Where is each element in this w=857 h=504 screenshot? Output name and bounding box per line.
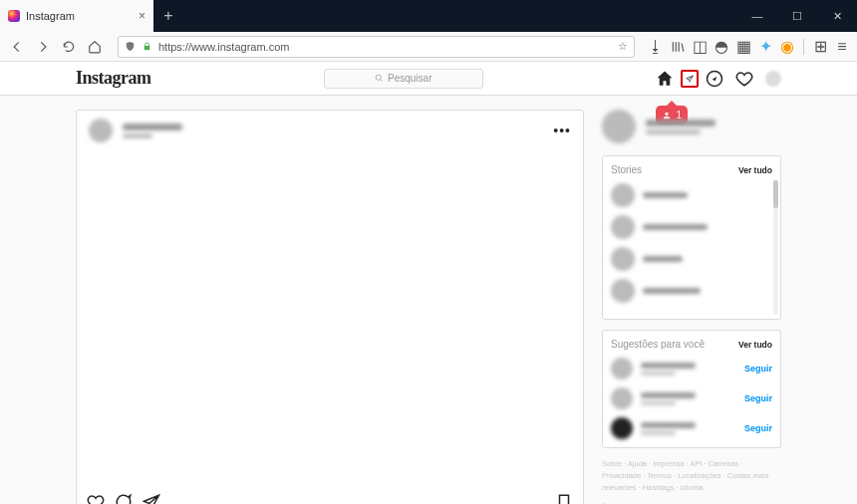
suggestions-title: Sugestões para você: [611, 339, 705, 350]
shield-icon: [125, 41, 136, 52]
follow-button[interactable]: Seguir: [744, 393, 772, 403]
maximize-button[interactable]: ☐: [777, 0, 817, 32]
stories-title: Stories: [611, 164, 642, 175]
post-author-avatar[interactable]: [89, 119, 113, 142]
close-tab-icon[interactable]: ×: [139, 9, 145, 23]
like-icon[interactable]: [87, 493, 105, 504]
library-icon[interactable]: [669, 38, 687, 56]
suggestion-avatar[interactable]: [611, 358, 633, 379]
nav-profile-avatar[interactable]: [765, 71, 781, 87]
current-user-block[interactable]: [602, 110, 781, 143]
stories-scrollbar[interactable]: [773, 180, 778, 315]
extensions-icon[interactable]: ⊞: [811, 38, 829, 56]
tab-title: Instagram: [26, 10, 75, 22]
instagram-logo[interactable]: Instagram: [76, 68, 151, 89]
story-item[interactable]: [611, 183, 772, 207]
suggestion-item: Seguir: [611, 387, 772, 409]
suggestions-panel: Sugestões para você Ver tudo Seguir Segu…: [602, 330, 781, 448]
nav-explore-icon[interactable]: [706, 70, 723, 88]
suggestions-see-all-link[interactable]: Ver tudo: [738, 340, 772, 350]
stories-see-all-link[interactable]: Ver tudo: [738, 165, 772, 175]
nav-direct-messages-icon[interactable]: [681, 70, 699, 88]
post-more-icon[interactable]: •••: [553, 123, 571, 138]
post-header: •••: [77, 111, 583, 150]
feed-column: •••: [76, 110, 584, 504]
suggestion-avatar[interactable]: [611, 387, 633, 409]
search-placeholder: Pesquisar: [388, 73, 431, 84]
sidebar-column: Stories Ver tudo Sugestões para você Ver…: [602, 110, 781, 504]
forward-button[interactable]: [32, 36, 54, 58]
extension3-icon[interactable]: ◉: [778, 38, 796, 56]
browser-toolbar: https://www.instagram.com ☆ ⭳ ◫ ◓ ▦ ✦ ◉ …: [0, 32, 857, 62]
nav-home-icon[interactable]: [656, 70, 674, 88]
sidebar-icon[interactable]: ◫: [691, 38, 709, 56]
new-tab-button[interactable]: +: [153, 0, 183, 32]
instagram-nav: [656, 70, 781, 88]
story-item[interactable]: [611, 215, 772, 239]
stories-panel: Stories Ver tudo: [602, 155, 781, 320]
story-item[interactable]: [611, 279, 772, 303]
suggestion-avatar[interactable]: [611, 417, 633, 439]
browser-tab[interactable]: Instagram ×: [0, 0, 153, 32]
nav-activity-icon[interactable]: [735, 70, 753, 88]
save-icon[interactable]: [555, 493, 573, 504]
reload-button[interactable]: [58, 36, 80, 58]
downloads-icon[interactable]: ⭳: [647, 38, 665, 56]
current-user-avatar: [602, 110, 636, 143]
share-icon[interactable]: [143, 493, 160, 504]
post-media[interactable]: [77, 150, 583, 487]
extension2-icon[interactable]: ✦: [756, 38, 774, 56]
instagram-favicon: [8, 10, 20, 22]
address-bar[interactable]: https://www.instagram.com ☆: [118, 36, 635, 58]
close-window-button[interactable]: ✕: [817, 0, 857, 32]
search-input[interactable]: Pesquisar: [324, 69, 483, 89]
feed-post: •••: [76, 110, 584, 504]
instagram-body: ••• Stories: [76, 110, 781, 504]
home-button[interactable]: [84, 36, 106, 58]
comment-icon[interactable]: [115, 493, 133, 504]
url-text: https://www.instagram.com: [158, 41, 612, 53]
extension1-icon[interactable]: ▦: [734, 38, 752, 56]
toolbar-right-icons: ⭳ ◫ ◓ ▦ ✦ ◉ ⊞ ≡: [647, 38, 851, 56]
story-item[interactable]: [611, 247, 772, 271]
suggestion-item: Seguir: [611, 417, 772, 439]
follow-button[interactable]: Seguir: [744, 423, 772, 433]
follow-button[interactable]: Seguir: [744, 364, 772, 374]
menu-icon[interactable]: ≡: [833, 38, 851, 56]
instagram-header: Instagram Pesquisar: [0, 62, 857, 96]
browser-titlebar: Instagram × + — ☐ ✕: [0, 0, 857, 32]
suggestion-item: Seguir: [611, 358, 772, 379]
lock-icon: [142, 41, 152, 52]
window-controls: — ☐ ✕: [737, 0, 857, 32]
post-actions: [77, 487, 583, 504]
page-content: Instagram Pesquisar 1: [0, 62, 857, 504]
account-icon[interactable]: ◓: [713, 38, 730, 56]
search-icon: [375, 74, 384, 83]
footer-links[interactable]: Sobre · Ajuda · Imprensa · API · Carreir…: [602, 458, 781, 494]
svg-point-1: [376, 75, 381, 80]
svg-rect-0: [144, 46, 150, 50]
bookmark-star-icon[interactable]: ☆: [618, 40, 628, 53]
minimize-button[interactable]: —: [737, 0, 777, 32]
post-author-name[interactable]: [123, 124, 182, 138]
back-button[interactable]: [6, 36, 28, 58]
